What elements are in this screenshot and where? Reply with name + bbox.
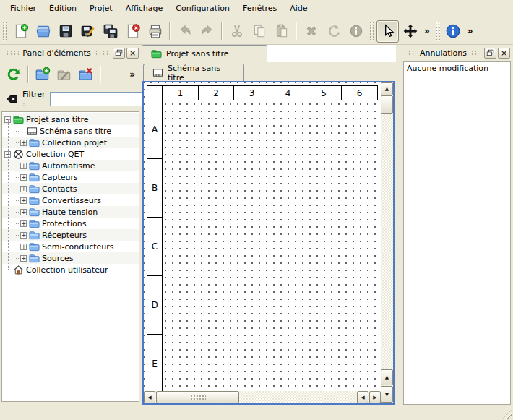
menu-configuration[interactable]: Configuration (169, 1, 236, 16)
menu-projet[interactable]: Projet (83, 1, 119, 16)
close-panel-button[interactable]: × (126, 48, 139, 59)
scroll-up-button[interactable]: ▲ (381, 82, 393, 95)
cut-button[interactable] (225, 20, 248, 43)
info-button[interactable] (345, 20, 367, 43)
collection-tree: −Projet sans titreSchéma sans titre+Coll… (1, 111, 139, 402)
undo-panel-header: Annulations × (402, 45, 512, 61)
vertical-scrollbar[interactable]: ▲ ▲ ▼ (381, 82, 393, 403)
print-icon (147, 23, 163, 39)
diagram-row-header: B (147, 158, 163, 218)
save-icon (58, 23, 74, 39)
edit-category-button[interactable] (53, 64, 75, 85)
blue-folder-icon (29, 160, 40, 171)
expand-icon[interactable]: + (20, 232, 27, 239)
vertical-scroll-thumb[interactable] (381, 95, 393, 114)
save-button[interactable] (54, 20, 77, 43)
schema-canvas[interactable]: 123456ABCDE (144, 82, 381, 391)
horizontal-scroll-thumb[interactable] (156, 391, 239, 403)
expand-icon[interactable]: + (20, 220, 27, 227)
info-blue-button[interactable] (442, 20, 465, 43)
save-as-button[interactable] (77, 20, 99, 43)
tree-item-protections[interactable]: +Protections (2, 218, 139, 229)
tree-item-capteurs[interactable]: +Capteurs (2, 171, 139, 183)
scroll-left-button-2[interactable]: ◀ (357, 391, 368, 403)
new-file-button[interactable] (9, 20, 32, 43)
tree-item-sch-ma-sans-titre[interactable]: Schéma sans titre (2, 125, 139, 137)
float-panel-button[interactable] (113, 48, 125, 59)
paste-button[interactable] (270, 20, 293, 43)
copy-button[interactable] (248, 20, 270, 43)
arrow-left-icon: ◀ (147, 395, 151, 400)
close-icon: × (129, 49, 136, 57)
scroll-down-button[interactable]: ▼ (381, 386, 393, 403)
rotate-button[interactable] (322, 20, 345, 43)
horizontal-scrollbar[interactable]: ◀ ◀ ▶ (144, 391, 381, 403)
copy-icon (251, 23, 267, 39)
tree-item-semi-conducteurs[interactable]: +Semi-conducteurs (2, 241, 139, 252)
expand-icon[interactable]: + (20, 140, 27, 146)
delete-button[interactable] (300, 20, 322, 43)
tree-item-haute-tension[interactable]: +Haute tension (2, 206, 139, 218)
expand-icon[interactable]: + (20, 255, 27, 262)
scroll-up-button-2[interactable]: ▲ (381, 369, 393, 385)
tree-item-automatisme[interactable]: +Automatisme (2, 160, 139, 171)
toolbar-overflow-button[interactable]: » (421, 26, 433, 36)
menu-edition[interactable]: Édition (43, 1, 83, 16)
menu-fichier[interactable]: Fichier (4, 1, 43, 16)
print-button[interactable] (144, 20, 166, 43)
tree-item-collection-utilisateur[interactable]: Collection utilisateur (2, 264, 139, 275)
toolbar-overflow-button[interactable]: » (126, 69, 138, 80)
close-icon: × (501, 49, 507, 57)
panel-header-texture (6, 50, 19, 56)
undo-button[interactable] (173, 20, 196, 43)
tree-item-contacts[interactable]: +Contacts (2, 183, 139, 194)
scroll-right-button[interactable]: ▶ (369, 391, 381, 403)
open-file-button[interactable] (32, 20, 54, 43)
tree-item-collection-qet[interactable]: −Collection QET (2, 148, 139, 160)
toolbar-handle[interactable] (435, 21, 440, 41)
project-tab-bar: Projet sans titre (142, 45, 396, 62)
toolbar-handle[interactable] (369, 21, 374, 41)
blue-folder-icon (29, 218, 40, 229)
expand-icon[interactable]: + (20, 186, 27, 192)
tree-item-label: Sources (42, 254, 74, 263)
blue-folder-icon (29, 172, 40, 183)
float-panel-button[interactable] (484, 48, 496, 59)
expand-icon[interactable]: + (20, 197, 27, 204)
toolbar-overflow-button[interactable]: » (465, 26, 476, 36)
menu-fenetres[interactable]: Fenêtres (236, 1, 283, 16)
tree-item-collection-projet[interactable]: +Collection projet (2, 137, 139, 148)
tree-guide-line (20, 154, 20, 259)
tree-item-r-cepteurs[interactable]: +Récepteurs (2, 229, 139, 241)
redo-button[interactable] (196, 20, 218, 43)
size-grip[interactable] (502, 409, 512, 419)
expand-icon[interactable]: + (20, 244, 27, 250)
reload-button[interactable] (3, 64, 25, 85)
tab-project[interactable]: Projet sans titre (142, 45, 267, 62)
tree-item-sources[interactable]: +Sources (2, 252, 139, 264)
expand-icon[interactable]: + (20, 174, 27, 181)
tree-item-label: Contacts (42, 184, 77, 194)
move-button[interactable] (399, 20, 421, 43)
undo-list: Aucune modification (403, 61, 511, 405)
new-category-button[interactable] (32, 64, 53, 85)
close-file-button[interactable] (121, 20, 144, 43)
tab-schema[interactable]: Schéma sans titre (143, 64, 244, 81)
tree-item-projet-sans-titre[interactable]: −Projet sans titre (2, 113, 139, 125)
expand-icon[interactable]: + (20, 163, 27, 169)
scroll-left-button[interactable]: ◀ (144, 391, 155, 403)
delete-category-button[interactable] (75, 64, 97, 85)
diagram-row-header: E (147, 334, 163, 391)
undo-panel-title: Annulations (420, 48, 467, 58)
expand-icon[interactable]: + (20, 209, 27, 215)
tree-guide-line (20, 125, 20, 143)
toolbar-handle[interactable] (2, 21, 7, 41)
undo-list-item[interactable]: Aucune modification (404, 62, 510, 74)
close-panel-button[interactable]: × (498, 48, 510, 59)
pointer-button[interactable] (376, 20, 399, 43)
tree-item-convertisseurs[interactable]: +Convertisseurs (2, 194, 139, 206)
tree-item-label: Protections (42, 219, 86, 228)
menu-aide[interactable]: Aide (283, 1, 314, 16)
menu-affichage[interactable]: Affichage (119, 1, 170, 16)
save-all-button[interactable] (99, 20, 121, 43)
